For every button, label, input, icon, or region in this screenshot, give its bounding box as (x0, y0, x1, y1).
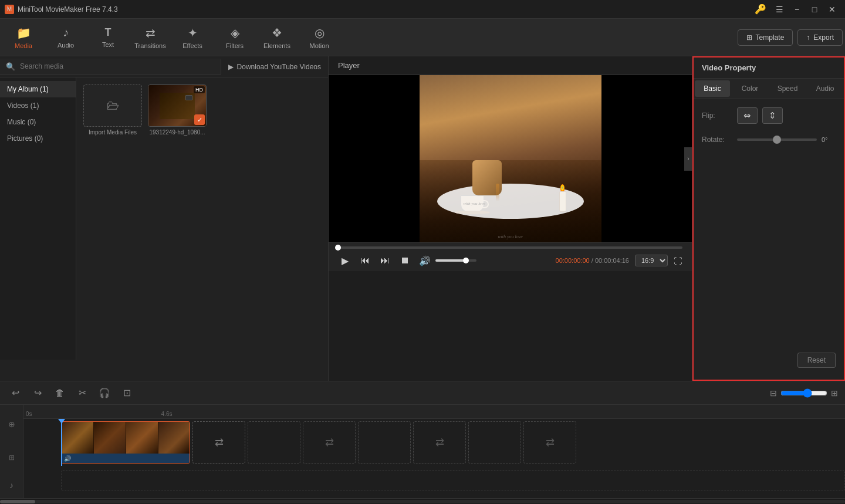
folder-icon: 🗁 (106, 98, 119, 113)
property-content: Flip: ⇔ ⇕ Rotate: 0° (694, 99, 844, 164)
clip-audio-bar: 🔊 (62, 454, 190, 463)
timeline-scrollbar[interactable] (0, 498, 845, 504)
progress-bar[interactable] (338, 246, 682, 249)
audio-track-placeholder (61, 470, 845, 491)
video-media-item[interactable]: HD ✓ 19312249-hd_1080... (148, 84, 207, 136)
tab-audio[interactable]: Audio (807, 80, 843, 97)
export-button[interactable]: ↑ Export (797, 29, 843, 46)
next-frame-button[interactable]: ⏭ (378, 253, 392, 268)
toolbar-right: ⊞ Template ↑ Export (738, 29, 843, 46)
album-item-myalbum[interactable]: My Album (1) (0, 81, 76, 97)
add-track-icon[interactable]: ⊕ (8, 420, 15, 429)
toolbar-audio[interactable]: ♪ Audio (45, 21, 87, 54)
expand-panel-button[interactable]: › (684, 147, 692, 171)
video-property-panel: Video Property Basic Color Speed Audio F… (692, 56, 845, 381)
track-label-add: ⊕ (0, 407, 23, 441)
transition-icon-1: ⇄ (215, 436, 224, 449)
playhead[interactable] (61, 419, 62, 466)
video-filename: 19312249-hd_1080... (149, 129, 205, 136)
audio-wave-icon: 🔊 (64, 455, 71, 462)
tab-basic[interactable]: Basic (695, 80, 730, 97)
album-item-music[interactable]: Music (0) (0, 114, 76, 130)
audio-track (23, 466, 845, 495)
video-track-icon: ⊞ (9, 454, 15, 462)
fullscreen-button[interactable]: ⛶ (674, 256, 682, 266)
minimize-btn[interactable]: − (789, 2, 805, 16)
toolbar-effects[interactable]: ✦ Effects (171, 21, 214, 54)
controls-row: ▶ ⏮ ⏭ ⏹ 🔊 00:00:00:00 / 00:00:04:16 (338, 253, 682, 268)
track-content: 0s 4.6s 🔊 (23, 405, 845, 498)
video-thumb: HD ✓ (148, 84, 207, 127)
aspect-ratio-select[interactable]: 16:9 4:3 1:1 9:16 (635, 255, 668, 266)
reset-button[interactable]: Reset (797, 353, 836, 368)
video-preview-area: with you love with you love › (329, 75, 692, 242)
transition-icon-3: ⇄ (325, 436, 334, 449)
volume-slider[interactable] (435, 259, 476, 262)
album-sidebar: My Album (1) Videos (1) Music (0) Pictur… (0, 77, 76, 360)
filters-label: Filters (226, 42, 244, 49)
toolbar-media[interactable]: 📁 Media (2, 21, 45, 54)
video-clip[interactable]: 🔊 (61, 421, 190, 464)
transition-slot-6[interactable] (468, 421, 521, 464)
toolbar-text[interactable]: T Text (87, 21, 129, 54)
toolbar-filters[interactable]: ◈ Filters (214, 21, 256, 54)
transition-slot-5[interactable]: ⇄ (413, 421, 466, 464)
text-icon: T (105, 26, 111, 39)
filters-icon: ◈ (231, 26, 239, 40)
maximize-btn[interactable]: □ (806, 2, 823, 16)
elements-label: Elements (263, 42, 290, 49)
zoom-slider[interactable] (780, 388, 827, 398)
track-label-audio: ♪ (0, 475, 23, 496)
progress-thumb (335, 245, 341, 251)
tab-speed[interactable]: Speed (770, 80, 805, 97)
effects-icon: ✦ (188, 26, 198, 40)
tab-color[interactable]: Color (732, 80, 768, 97)
effects-label: Effects (182, 42, 202, 49)
app-icon: M (5, 5, 14, 14)
undo-button[interactable]: ↩ (7, 385, 23, 401)
transition-slot-4[interactable] (358, 421, 411, 464)
toolbar-elements[interactable]: ❖ Elements (256, 21, 298, 54)
album-item-pictures[interactable]: Pictures (0) (0, 130, 76, 147)
split-button[interactable]: ✂ (74, 385, 90, 401)
flip-vertical-button[interactable]: ⇕ (762, 107, 783, 124)
transition-slot-3[interactable]: ⇄ (303, 421, 356, 464)
crop-button[interactable]: ⊡ (119, 385, 135, 401)
search-input[interactable] (20, 62, 215, 70)
transition-slot-1[interactable]: ⇄ (192, 421, 245, 464)
album-item-videos[interactable]: Videos (1) (0, 97, 76, 114)
timeline-tracks: ⊕ ⊞ ♪ 0s 4.6s (0, 405, 845, 498)
headphones-button[interactable]: 🎧 (96, 385, 113, 401)
play-button[interactable]: ▶ (338, 253, 352, 268)
video-track: 🔊 ⇄ ⇄ ⇄ (23, 419, 845, 466)
download-youtube-button[interactable]: ▶ Download YouTube Videos (221, 59, 328, 75)
audio-track-icon: ♪ (9, 481, 13, 490)
transition-slot-7[interactable]: ⇄ (523, 421, 576, 464)
window-controls: ☰ − □ ✕ (771, 2, 840, 16)
import-media-item[interactable]: 🗁 Import Media Files (83, 84, 142, 136)
timeline-toolbar: ↩ ↪ 🗑 ✂ 🎧 ⊡ ⊟ ⊞ (0, 381, 845, 405)
clip-frame-2 (94, 422, 126, 454)
toolbar-transitions[interactable]: ⇄ Transitions (129, 21, 171, 54)
prev-frame-button[interactable]: ⏮ (358, 253, 372, 268)
toolbar-motion[interactable]: ◎ Motion (298, 21, 340, 54)
transition-slot-2[interactable] (248, 421, 300, 464)
volume-icon[interactable]: 🔊 (418, 253, 432, 268)
redo-button[interactable]: ↪ (29, 385, 46, 401)
flip-horizontal-button[interactable]: ⇔ (737, 107, 758, 124)
time-total: 00:00:04:16 (595, 257, 629, 264)
stop-button[interactable]: ⏹ (398, 253, 412, 268)
text-label: Text (102, 41, 114, 48)
main-layout: 🔍 ▶ Download YouTube Videos My Album (1)… (0, 56, 845, 381)
export-icon: ↑ (806, 33, 810, 42)
current-time: 00:00:00:00 / 00:00:04:16 (556, 257, 629, 264)
search-bar: 🔍 (0, 59, 221, 75)
transitions-icon: ⇄ (146, 26, 156, 40)
template-button[interactable]: ⊞ Template (738, 29, 793, 46)
settings-btn[interactable]: ☰ (771, 2, 787, 16)
volume-fill (435, 259, 467, 262)
delete-button[interactable]: 🗑 (52, 385, 68, 401)
rotate-slider[interactable] (737, 138, 817, 141)
rotate-label: Rotate: (702, 136, 731, 144)
close-btn[interactable]: ✕ (824, 2, 840, 16)
